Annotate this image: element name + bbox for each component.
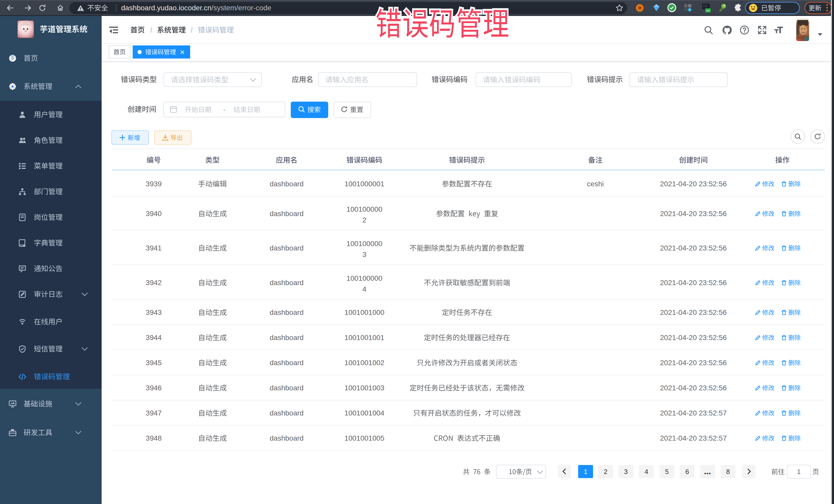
svg-text:on: on [706, 8, 710, 12]
